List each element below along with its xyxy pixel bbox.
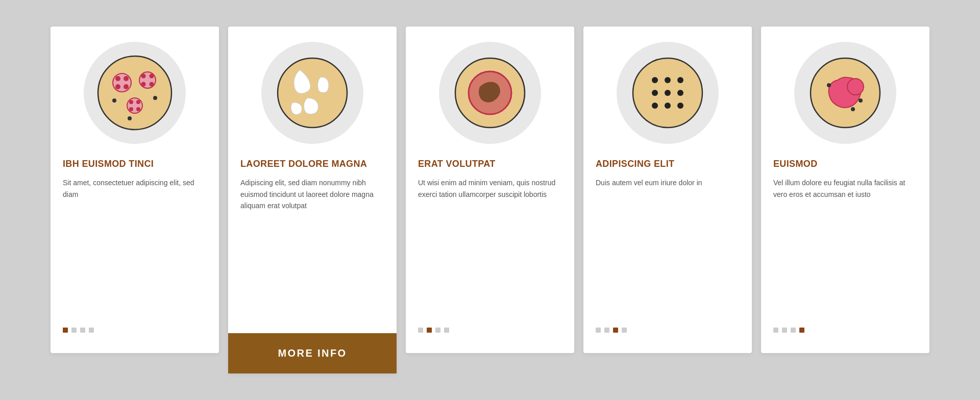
globe-icon bbox=[272, 52, 353, 134]
card-4-icon-bg bbox=[617, 42, 719, 144]
dot bbox=[622, 328, 627, 333]
svg-point-13 bbox=[136, 100, 140, 104]
card-1-title: IBH EUISMOD TINCI bbox=[63, 158, 154, 170]
card-2-desc: Adipiscing elit, sed diam nonummy nibh e… bbox=[240, 177, 384, 318]
svg-point-29 bbox=[652, 103, 658, 109]
dot bbox=[89, 328, 94, 333]
card-5-dots bbox=[773, 328, 804, 333]
card-2-title: LAOREET DOLORE MAGNA bbox=[240, 158, 367, 170]
svg-point-17 bbox=[153, 96, 157, 100]
card-2: LAOREET DOLORE MAGNA Adipiscing elit, se… bbox=[228, 27, 397, 373]
svg-point-26 bbox=[652, 90, 658, 96]
svg-point-0 bbox=[98, 56, 172, 130]
card-4-icon-wrapper bbox=[596, 42, 740, 144]
svg-point-16 bbox=[112, 98, 116, 103]
svg-point-12 bbox=[129, 100, 133, 104]
card-3-icon-bg bbox=[439, 42, 541, 144]
cards-container: IBH EUISMOD TINCI Sit amet, consectetuer… bbox=[20, 6, 960, 394]
svg-point-4 bbox=[115, 84, 120, 89]
svg-point-3 bbox=[124, 76, 129, 81]
card-5-desc: Vel illum dolore eu feugiat nulla facili… bbox=[773, 177, 917, 312]
card-1-desc: Sit amet, consectetuer adipiscing elit, … bbox=[63, 177, 207, 312]
svg-point-35 bbox=[859, 98, 863, 103]
more-info-button[interactable]: MORE INFO bbox=[228, 333, 397, 373]
card-4-desc: Duis autem vel eum iriure dolor in bbox=[596, 177, 702, 312]
dot bbox=[596, 328, 601, 333]
card-1-icon-wrapper bbox=[63, 42, 207, 144]
card-3-desc: Ut wisi enim ad minim veniam, quis nostr… bbox=[418, 177, 562, 312]
svg-point-2 bbox=[115, 76, 120, 81]
dot bbox=[782, 328, 787, 333]
svg-point-23 bbox=[652, 77, 658, 83]
svg-point-11 bbox=[127, 98, 142, 113]
virus-icon bbox=[94, 52, 176, 134]
svg-point-36 bbox=[851, 107, 855, 111]
card-1: IBH EUISMOD TINCI Sit amet, consectetuer… bbox=[51, 27, 219, 353]
petri-dots-icon bbox=[627, 52, 708, 134]
svg-point-34 bbox=[827, 83, 831, 87]
svg-point-18 bbox=[128, 116, 132, 120]
dot bbox=[791, 328, 796, 333]
dot bbox=[444, 328, 449, 333]
bacteria-icon bbox=[804, 52, 886, 134]
dot-active bbox=[63, 328, 68, 333]
card-2-icon-wrapper bbox=[240, 42, 384, 144]
card-3: ERAT VOLUTPAT Ut wisi enim ad minim veni… bbox=[406, 27, 574, 353]
card-1-dots bbox=[63, 328, 94, 333]
svg-point-1 bbox=[113, 73, 131, 92]
svg-point-24 bbox=[665, 77, 671, 83]
svg-point-5 bbox=[124, 84, 129, 89]
card-4-title: ADIPISCING ELIT bbox=[596, 158, 674, 170]
svg-point-33 bbox=[847, 79, 864, 95]
card-3-dots bbox=[418, 328, 449, 333]
dot bbox=[435, 328, 440, 333]
dot-active bbox=[613, 328, 618, 333]
card-3-title: ERAT VOLUTPAT bbox=[418, 158, 496, 170]
svg-point-30 bbox=[665, 103, 671, 109]
card-4-dots bbox=[596, 328, 627, 333]
card-5-icon-bg bbox=[794, 42, 896, 144]
svg-point-9 bbox=[141, 82, 146, 87]
dot bbox=[71, 328, 77, 333]
card-1-icon-bg bbox=[84, 42, 186, 144]
svg-point-28 bbox=[677, 90, 683, 96]
card-5-icon-wrapper bbox=[773, 42, 917, 144]
svg-point-14 bbox=[129, 107, 133, 111]
card-5-title: EUISMOD bbox=[773, 158, 818, 170]
card-2-icon-bg bbox=[261, 42, 363, 144]
dot-active bbox=[799, 328, 804, 333]
card-4: ADIPISCING ELIT Duis autem vel eum iriur… bbox=[583, 27, 752, 353]
svg-point-10 bbox=[150, 82, 154, 87]
card-3-icon-wrapper bbox=[418, 42, 562, 144]
svg-point-27 bbox=[665, 90, 671, 96]
svg-point-19 bbox=[278, 58, 347, 128]
card-5: EUISMOD Vel illum dolore eu feugiat null… bbox=[761, 27, 929, 353]
svg-point-31 bbox=[677, 103, 683, 109]
dot bbox=[418, 328, 423, 333]
dot bbox=[604, 328, 609, 333]
svg-point-7 bbox=[141, 74, 146, 79]
svg-point-6 bbox=[139, 72, 156, 88]
svg-point-8 bbox=[150, 74, 154, 79]
dot bbox=[80, 328, 85, 333]
dot-active bbox=[427, 328, 432, 333]
svg-point-25 bbox=[677, 77, 683, 83]
svg-point-15 bbox=[136, 107, 140, 111]
cell-ring-icon bbox=[449, 52, 531, 134]
dot bbox=[773, 328, 778, 333]
